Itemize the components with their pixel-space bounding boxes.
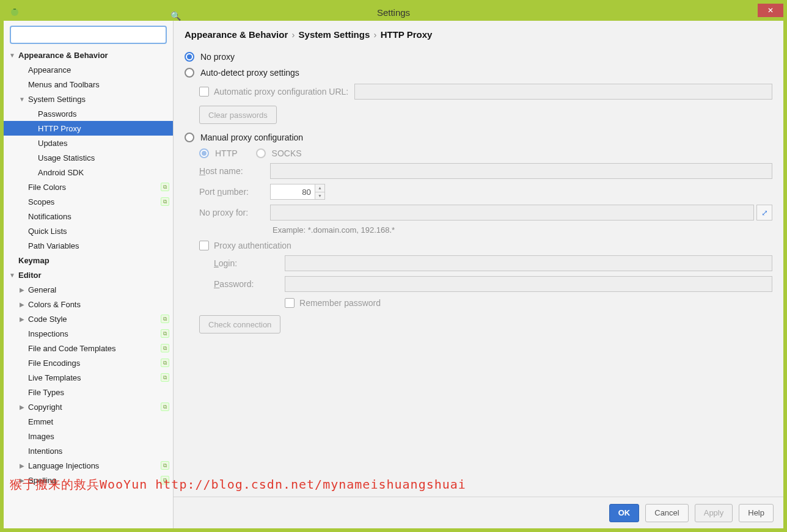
sidebar-item[interactable]: ▶Code Style⧉ (4, 312, 173, 326)
sidebar-item-label: System Settings (28, 95, 169, 104)
sidebar-item-label: Emmet (28, 417, 169, 426)
auto-url-input (354, 84, 772, 100)
breadcrumb-2: HTTP Proxy (381, 29, 433, 40)
sidebar-item-label: Appearance & Behavior (18, 51, 169, 60)
sidebar-item[interactable]: ▼Appearance & Behavior (4, 48, 173, 62)
password-label: Password: (214, 279, 280, 289)
sidebar-item-label: Editor (18, 271, 169, 280)
chevron-right-icon: ▶ (18, 316, 26, 322)
sidebar-item-label: Colors & Fonts (28, 300, 169, 309)
checkbox-icon (285, 298, 295, 308)
sidebar-item[interactable]: File and Code Templates⧉ (4, 341, 173, 355)
sidebar-item-label: Language Injections (28, 461, 161, 470)
project-scope-icon: ⧉ (161, 344, 169, 352)
chevron-down-icon: ▼ (9, 272, 16, 279)
sidebar-item[interactable]: Passwords (4, 106, 173, 121)
sidebar-item[interactable]: Keymap (4, 253, 173, 268)
project-scope-icon: ⧉ (161, 197, 169, 206)
breadcrumb-0: Appearance & Behavior (185, 29, 288, 40)
settings-tree[interactable]: ▼Appearance & BehaviorAppearanceMenus an… (4, 48, 173, 528)
sidebar-item[interactable]: Android SDK (4, 165, 173, 180)
sidebar-item-label: Usage Statistics (38, 153, 169, 162)
sidebar-item[interactable]: File Encodings⧉ (4, 355, 173, 370)
no-proxy-label: No proxy (200, 52, 235, 62)
sidebar-item[interactable]: ▶Spelling⧉ (4, 473, 173, 487)
sidebar-item-label: Android SDK (38, 168, 169, 177)
sidebar-item-label: File Types (28, 388, 169, 397)
app-icon (10, 7, 20, 17)
sidebar-item[interactable]: File Colors⧉ (4, 180, 173, 194)
auto-detect-radio-row[interactable]: Auto-detect proxy settings (185, 68, 772, 78)
manual-proxy-radio-row[interactable]: Manual proxy configuration (185, 133, 772, 142)
sidebar-item[interactable]: HTTP Proxy (4, 121, 173, 136)
sidebar-item-label: Scopes (28, 197, 161, 206)
sidebar-item[interactable]: Live Templates⧉ (4, 370, 173, 385)
sidebar-item[interactable]: Notifications (4, 209, 173, 224)
sidebar-item[interactable]: Quick Lists (4, 224, 173, 238)
chevron-right-icon: ▶ (18, 301, 26, 308)
sidebar-item[interactable]: Appearance (4, 62, 173, 77)
sidebar-item[interactable]: ▶Copyright⧉ (4, 399, 173, 414)
noproxy-input (270, 205, 754, 220)
port-spinner: ▲▼ (315, 184, 324, 199)
sidebar-item[interactable]: Updates (4, 136, 173, 150)
apply-button: Apply (695, 504, 733, 522)
sidebar-item-label: Inspections (28, 329, 161, 338)
project-scope-icon: ⧉ (161, 329, 169, 338)
sidebar-item-label: File Encodings (28, 359, 161, 368)
http-label: HTTP (215, 148, 238, 158)
host-label: Host name: (199, 166, 265, 176)
close-button[interactable]: ✕ (758, 4, 783, 17)
chevron-right-icon: ▶ (18, 477, 26, 484)
chevron-right-icon: ▶ (18, 404, 26, 410)
chevron-down-icon: ▼ (18, 96, 26, 103)
project-scope-icon: ⧉ (161, 403, 169, 411)
sidebar-item-label: Copyright (28, 403, 161, 412)
help-button[interactable]: Help (739, 504, 774, 522)
sidebar-item[interactable]: ▶Colors & Fonts (4, 297, 173, 312)
search-icon: 🔍 (170, 11, 181, 21)
socks-label: SOCKS (272, 148, 302, 158)
expand-icon: ⤢ (756, 205, 772, 220)
sidebar-item-label: Notifications (28, 212, 169, 221)
ok-button[interactable]: OK (609, 504, 640, 522)
sidebar-item-label: File Colors (28, 183, 161, 192)
sidebar-item[interactable]: Scopes⧉ (4, 194, 173, 209)
sidebar-item[interactable]: Usage Statistics (4, 150, 173, 165)
dialog-body: 🔍 ▼Appearance & BehaviorAppearanceMenus … (4, 21, 783, 528)
clear-passwords-button: Clear passwords (199, 106, 277, 124)
sidebar-item-label: Updates (38, 139, 169, 148)
sidebar-item[interactable]: Emmet (4, 414, 173, 429)
sidebar-item[interactable]: ▼Editor (4, 268, 173, 282)
sidebar-item[interactable]: Inspections⧉ (4, 326, 173, 341)
remember-password-label: Remember password (299, 298, 381, 308)
sidebar-item-label: Images (28, 432, 169, 441)
sidebar-item[interactable]: Menus and Toolbars (4, 77, 173, 92)
search-input[interactable] (10, 26, 167, 44)
no-proxy-radio-row[interactable]: No proxy (185, 52, 772, 62)
sidebar: 🔍 ▼Appearance & BehaviorAppearanceMenus … (4, 21, 174, 528)
svg-rect-1 (13, 9, 16, 10)
project-scope-icon: ⧉ (161, 373, 169, 382)
port-label: Port number: (199, 187, 265, 197)
noproxy-example: Example: *.domain.com, 192.168.* (273, 225, 772, 235)
sidebar-item[interactable]: Path Variables (4, 238, 173, 253)
sidebar-item[interactable]: Images (4, 429, 173, 443)
sidebar-item[interactable]: ▼System Settings (4, 92, 173, 106)
login-input (285, 255, 772, 271)
breadcrumb-sep: › (373, 29, 376, 40)
cancel-button[interactable]: Cancel (645, 504, 688, 522)
dialog-footer: OK Cancel Apply Help (174, 497, 783, 528)
sidebar-item[interactable]: Intentions (4, 443, 173, 458)
chevron-right-icon: ▶ (18, 286, 26, 293)
project-scope-icon: ⧉ (161, 315, 169, 323)
sidebar-item[interactable]: ▶Language Injections⧉ (4, 458, 173, 473)
login-label: Login: (214, 258, 280, 268)
sidebar-item-label: HTTP Proxy (38, 124, 169, 133)
proxy-auth-label: Proxy authentication (214, 241, 291, 250)
socks-radio: SOCKS (256, 148, 302, 158)
close-icon: ✕ (767, 6, 774, 15)
sidebar-item[interactable]: ▶General (4, 282, 173, 297)
sidebar-item[interactable]: File Types (4, 385, 173, 399)
breadcrumb-sep: › (291, 29, 295, 40)
